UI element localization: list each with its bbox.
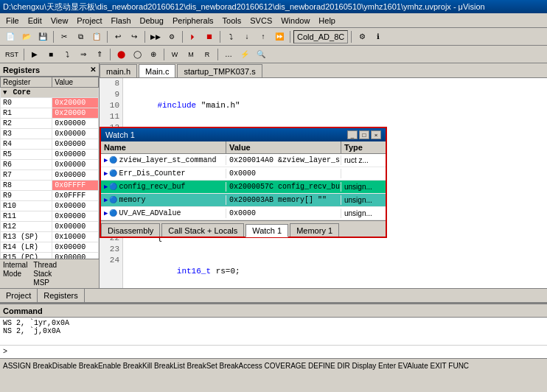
sep2 [107, 31, 108, 43]
stop-btn[interactable]: ⏹ [202, 30, 217, 43]
menu-flash[interactable]: Flash [107, 15, 136, 27]
status-bar: ASSIGN BreakDisable BreakEnable BreakKil… [0, 358, 547, 373]
menu-svcs[interactable]: SVCS [245, 15, 276, 27]
watch-close[interactable]: × [371, 130, 381, 139]
core-label: Core [13, 88, 30, 97]
table-row: R1 0x20000 [1, 108, 99, 119]
expand-icon-1[interactable]: ▶ [104, 156, 108, 164]
tab-disassembly[interactable]: Disassembly [101, 223, 160, 237]
enable-bp-btn[interactable]: ⊕ [146, 48, 161, 61]
menu-view[interactable]: View [46, 15, 73, 27]
build-btn[interactable]: ▶▶ [148, 30, 163, 43]
sep3 [144, 31, 145, 43]
expand-icon-2[interactable]: ▶ [104, 169, 108, 178]
step-over-btn[interactable]: ⤵ [223, 30, 238, 43]
core-group: ▼ Core [1, 88, 99, 98]
paste-btn[interactable]: 📋 [89, 30, 104, 43]
watch-icon-symbol-4: 🔵 [109, 196, 117, 204]
stepout2-btn[interactable]: ⇑ [92, 48, 107, 61]
toolbar-2: RST ▶ ■ ⤵ ⇒ ⇑ ⬤ ◯ ⊕ W M R … ⚡ 🔍 [0, 46, 547, 63]
watch-btn[interactable]: W [167, 48, 182, 61]
command-area: Command WS 2, `1yr,0x0A NS 2, `j,0x0A > [0, 303, 547, 358]
title-text: D:\chengxu\天惑动显示板\dis_newborad20160612\d… [3, 1, 485, 13]
command-line-2: NS 2, `j,0x0A [3, 327, 544, 335]
open-btn[interactable]: 📂 [19, 30, 34, 43]
menu-tools[interactable]: Tools [218, 15, 246, 27]
redo-btn[interactable]: ↪ [127, 30, 142, 43]
rst-btn[interactable]: RST [3, 48, 21, 61]
stepover2-btn[interactable]: ⇒ [76, 48, 91, 61]
step-into-btn[interactable]: ↓ [240, 30, 254, 43]
file-tab-main-h[interactable]: main.h [100, 64, 137, 77]
stop2-btn[interactable]: ■ [43, 48, 58, 61]
more-btn[interactable]: … [221, 48, 236, 61]
watch-title: Watch 1 [105, 130, 135, 139]
reg-btn[interactable]: R [200, 48, 215, 61]
menu-debug[interactable]: Debug [136, 15, 168, 27]
sep9 [110, 49, 111, 60]
tab-memory1[interactable]: Memory 1 [290, 223, 339, 237]
watch-row-3[interactable]: ▶ 🔵 config_recv_buf 0x2000057C config_re… [101, 181, 386, 194]
watch-controls: _ □ × [347, 130, 381, 139]
undo-btn[interactable]: ↩ [111, 30, 125, 43]
watch-icon-symbol-3: 🔵 [109, 183, 117, 191]
expand-icon-3[interactable]: ▶ [104, 183, 108, 191]
new-btn[interactable]: 📄 [3, 30, 18, 43]
sep4 [182, 31, 183, 43]
status-text: ASSIGN BreakDisable BreakEnable BreakKil… [3, 362, 469, 370]
watch-icon-symbol-1: 🔵 [109, 156, 117, 164]
memory-btn[interactable]: M [184, 48, 198, 61]
watch-row-1[interactable]: ▶ 🔵 zview_layer_st_command 0x200014A0 &z… [101, 154, 386, 167]
tab-project[interactable]: Project [0, 289, 38, 302]
table-row: R5 0x00000 [1, 150, 99, 160]
watch-restore[interactable]: □ [359, 130, 369, 139]
command-line-1: WS 2, `1yr,0x0A [3, 319, 544, 327]
watch-row-5[interactable]: ▶ 🔵 UV_AVE_ADValue 0x0000 unsign... [101, 207, 386, 220]
run2-btn[interactable]: ▶ [27, 48, 42, 61]
run-btn[interactable]: ⏩ [272, 30, 287, 43]
registers-footer: Internal Mode Thread Stack MSP [0, 259, 99, 288]
menu-project[interactable]: Project [72, 15, 106, 27]
debug-btn[interactable]: ⏵ [186, 30, 201, 43]
command-input-row[interactable]: > [0, 345, 547, 358]
file-tab-startup[interactable]: startup_TMPK037.s [177, 64, 262, 77]
zoom-btn[interactable]: 🔍 [254, 48, 268, 61]
command-input[interactable] [7, 348, 544, 356]
file-tabs-row: main.h Main.c startup_TMPK037.s [100, 63, 547, 78]
expand-icon-4[interactable]: ▶ [104, 196, 108, 204]
rebuild-btn[interactable]: ⚙ [164, 30, 179, 43]
copy-btn[interactable]: ⧉ [73, 30, 88, 43]
core-expand-icon[interactable]: ▼ [3, 89, 7, 97]
save-btn[interactable]: 💾 [35, 30, 50, 43]
menu-window[interactable]: Window [276, 15, 314, 27]
menu-bar: File Edit View Project Flash Debug Perip… [0, 13, 547, 28]
settings-btn[interactable]: ⚙ [355, 30, 369, 43]
watch-row-4[interactable]: ▶ 🔵 memory 0x200003AB memory[] "" unsign… [101, 194, 386, 207]
menu-file[interactable]: File [1, 15, 24, 27]
registers-close[interactable]: ✕ [90, 66, 96, 74]
col-register: Register [1, 77, 52, 88]
watch-window: Watch 1 _ □ × Name Value Type ▶ 🔵 zview_… [100, 127, 387, 238]
table-row: R13 (SP) 0x10000 [1, 232, 99, 242]
menu-help[interactable]: Help [314, 15, 340, 27]
clear-bp-btn[interactable]: ◯ [130, 48, 144, 61]
tab-registers[interactable]: Registers [38, 289, 84, 302]
sep1 [53, 31, 54, 43]
menu-peripherals[interactable]: Peripherals [168, 15, 218, 27]
watch-minimize[interactable]: _ [347, 130, 358, 139]
breakpoint-btn[interactable]: ⬤ [114, 48, 128, 61]
table-row: R2 0x00000 [1, 119, 99, 129]
tab-watch1[interactable]: Watch 1 [245, 224, 288, 237]
info-btn[interactable]: ℹ [371, 30, 386, 43]
tab-callstack[interactable]: Call Stack + Locals [161, 223, 244, 237]
expand-icon-5[interactable]: ▶ [104, 209, 108, 217]
menu-edit[interactable]: Edit [24, 15, 46, 27]
step-out-btn[interactable]: ↑ [256, 30, 271, 43]
file-tab-main-c[interactable]: Main.c [139, 64, 175, 77]
watch-row-2[interactable]: ▶ 🔵 Err_Dis_Counter 0x0000 [101, 167, 386, 181]
table-row: R0 0x20000 [1, 98, 99, 108]
watch-icon-symbol-5: 🔵 [109, 209, 117, 217]
more2-btn[interactable]: ⚡ [237, 48, 252, 61]
cut-btn[interactable]: ✂ [57, 30, 72, 43]
step2-btn[interactable]: ⤵ [60, 48, 74, 61]
